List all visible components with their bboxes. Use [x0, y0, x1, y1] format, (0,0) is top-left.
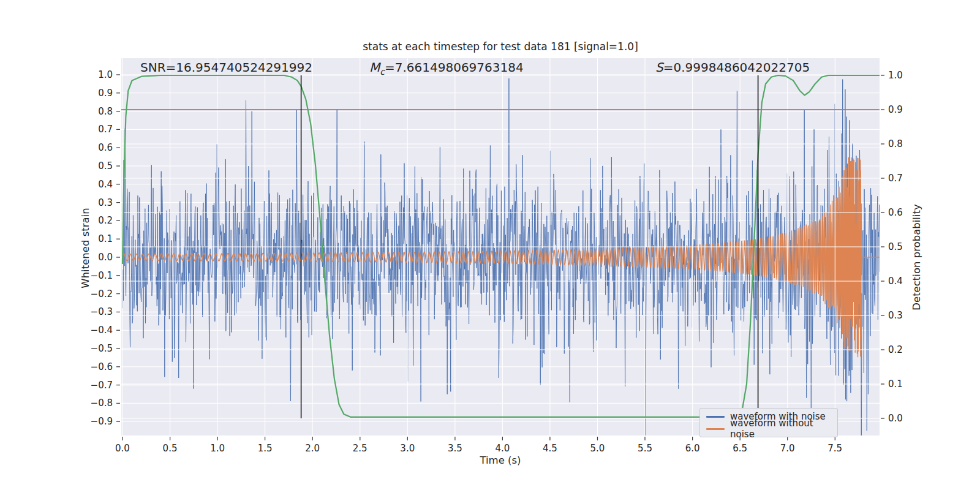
legend-line-orange-icon: [706, 428, 725, 430]
x-tick-label: 2.0: [298, 442, 327, 454]
x-tick-label: 4.0: [488, 442, 517, 454]
left-y-tick-label: −0.6: [74, 361, 113, 373]
right-y-tick-label: 0.8: [888, 138, 927, 150]
legend-line-blue-icon: [706, 416, 725, 418]
annotation-mc-symbol: M: [369, 60, 380, 75]
left-y-tick-label: 0.3: [74, 197, 113, 209]
annotation-mc-value: =7.661498069763184: [385, 60, 524, 75]
left-y-tick-label: 0.0: [74, 251, 113, 263]
annotation-chirp-mass: Mc=7.661498069763184: [369, 60, 524, 77]
x-tick-label: 3.5: [440, 442, 470, 454]
left-y-tick-label: −0.9: [74, 415, 113, 428]
right-y-tick-label: 0.3: [888, 309, 927, 322]
left-y-tick-label: 0.2: [74, 214, 113, 227]
x-axis-label: Time (s): [133, 454, 868, 466]
annotation-snr: SNR=16.954740524291992: [140, 60, 312, 75]
left-y-tick-label: −0.4: [74, 324, 113, 336]
left-y-tick-label: 0.6: [74, 141, 113, 154]
x-tick-label: 3.0: [393, 442, 422, 454]
left-y-tick-label: 1.0: [74, 69, 113, 81]
left-y-tick-label: −0.5: [74, 342, 113, 355]
x-tick-label: 4.5: [535, 442, 565, 454]
annotation-mc-subscript: c: [380, 67, 385, 77]
right-y-tick-label: 0.4: [888, 275, 927, 287]
x-tick-label: 7.0: [773, 442, 802, 454]
annotation-s-symbol: S: [655, 60, 663, 75]
x-tick-label: 0.5: [156, 442, 185, 454]
annotation-significance: S=0.9998486042022705: [655, 60, 810, 75]
x-tick-label: 0.0: [108, 442, 137, 454]
left-y-tick-label: −0.7: [74, 379, 113, 391]
figure: stats at each timestep for test data 181…: [0, 0, 980, 490]
legend-label-without-noise: waveform without noise: [730, 418, 837, 440]
left-y-tick-label: 0.5: [74, 160, 113, 172]
left-y-tick-label: 0.1: [74, 233, 113, 245]
right-y-tick-label: 0.6: [888, 206, 927, 219]
right-y-axis-label: Detection probability: [910, 165, 924, 349]
legend: waveform with noise waveform without noi…: [699, 408, 838, 437]
x-tick-label: 7.5: [820, 442, 850, 454]
legend-item-without-noise: waveform without noise: [706, 423, 837, 435]
left-y-tick-label: −0.3: [74, 306, 113, 318]
right-y-tick-label: 0.7: [888, 172, 927, 184]
right-y-tick-label: 0.9: [888, 104, 927, 116]
x-tick-label: 6.0: [678, 442, 707, 454]
x-tick-label: 2.5: [345, 442, 375, 454]
x-tick-label: 1.0: [203, 442, 232, 454]
x-tick-label: 6.5: [725, 442, 755, 454]
left-y-tick-label: 0.4: [74, 178, 113, 190]
x-tick-label: 5.5: [630, 442, 660, 454]
right-y-tick-label: 0.0: [888, 412, 927, 424]
left-y-tick-label: −0.1: [74, 270, 113, 282]
left-y-tick-label: 0.7: [74, 123, 113, 135]
x-tick-label: 1.5: [251, 442, 280, 454]
x-tick-label: 5.0: [583, 442, 612, 454]
left-y-tick-label: −0.2: [74, 288, 113, 300]
right-y-tick-label: 0.2: [888, 344, 927, 356]
left-y-tick-label: −0.8: [74, 397, 113, 409]
annotation-snr-text: SNR=16.954740524291992: [140, 60, 312, 75]
right-y-tick-label: 0.1: [888, 378, 927, 390]
chart-title: stats at each timestep for test data 181…: [133, 40, 868, 53]
annotation-s-value: =0.9998486042022705: [663, 60, 810, 75]
left-y-tick-label: 0.8: [74, 105, 113, 118]
right-y-tick-label: 0.5: [888, 241, 927, 253]
right-y-tick-label: 1.0: [888, 69, 927, 81]
left-y-tick-label: 0.9: [74, 87, 113, 99]
